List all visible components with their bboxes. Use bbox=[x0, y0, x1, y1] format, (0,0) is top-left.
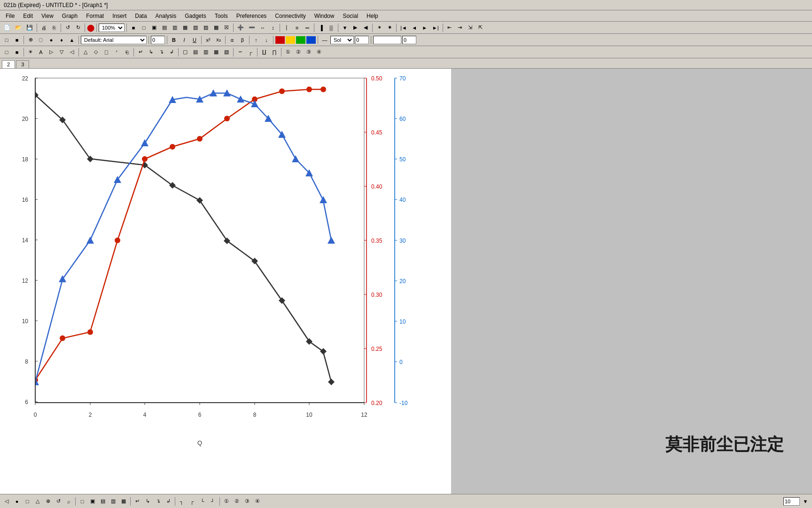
zoom-in-btn[interactable]: ➕ bbox=[235, 23, 246, 32]
fmt5[interactable]: ● bbox=[47, 35, 56, 45]
t8[interactable]: △ bbox=[81, 48, 90, 57]
super-btn[interactable]: x² bbox=[203, 35, 213, 45]
new-btn[interactable]: 📄 bbox=[2, 23, 12, 32]
status-btn3[interactable]: □ bbox=[23, 497, 32, 506]
tab-3[interactable]: 3 bbox=[16, 60, 29, 68]
menu-connectivity[interactable]: Connectivity bbox=[271, 12, 309, 20]
stat2[interactable]: ✷ bbox=[385, 23, 394, 32]
linesize-input1[interactable] bbox=[355, 36, 369, 44]
t16[interactable]: ↲ bbox=[167, 48, 176, 57]
graph-btn4[interactable]: ▤ bbox=[160, 23, 169, 32]
t24[interactable]: ∐ bbox=[259, 48, 269, 57]
t13[interactable]: ↵ bbox=[136, 48, 145, 57]
status-btn12[interactable]: ▦ bbox=[119, 497, 128, 506]
extra1[interactable]: ⇤ bbox=[445, 23, 454, 32]
redo-btn[interactable]: ↻ bbox=[73, 23, 83, 32]
menu-file[interactable]: File bbox=[2, 12, 18, 20]
menu-window[interactable]: Window bbox=[311, 12, 338, 20]
status-btn4[interactable]: △ bbox=[33, 497, 42, 506]
color3[interactable] bbox=[296, 36, 305, 44]
tool2[interactable]: ≡ bbox=[292, 23, 302, 32]
extra2[interactable]: ⇥ bbox=[455, 23, 465, 32]
extra4[interactable]: ⇱ bbox=[476, 23, 485, 32]
filter3[interactable]: ◀ bbox=[361, 23, 370, 32]
t18[interactable]: ▤ bbox=[191, 48, 200, 57]
status-btn9[interactable]: ▣ bbox=[88, 497, 97, 506]
fmt6[interactable]: ♦ bbox=[57, 35, 66, 45]
menu-help[interactable]: Help bbox=[363, 12, 382, 20]
color1[interactable] bbox=[275, 36, 285, 44]
graph-btn3[interactable]: ▣ bbox=[149, 23, 159, 32]
linetype-select[interactable]: Sol bbox=[330, 36, 354, 44]
filter1[interactable]: ▼ bbox=[340, 23, 350, 32]
menu-view[interactable]: View bbox=[38, 12, 57, 20]
fmt1[interactable]: □ bbox=[2, 35, 11, 45]
graph-btn10[interactable]: ☒ bbox=[222, 23, 231, 32]
t4[interactable]: A bbox=[36, 48, 46, 57]
t27[interactable]: ② bbox=[294, 48, 303, 57]
menu-preferences[interactable]: Preferences bbox=[233, 12, 271, 20]
italic-btn[interactable]: I bbox=[180, 35, 189, 45]
color2[interactable] bbox=[286, 36, 295, 44]
t29[interactable]: ④ bbox=[314, 48, 324, 57]
color4[interactable] bbox=[306, 36, 316, 44]
t19[interactable]: ▥ bbox=[201, 48, 211, 57]
fmt2[interactable]: ■ bbox=[12, 35, 22, 45]
bold-btn[interactable]: B bbox=[169, 35, 179, 45]
t20[interactable]: ▦ bbox=[211, 48, 221, 57]
nav3[interactable]: ► bbox=[420, 23, 429, 32]
stat1[interactable]: ✶ bbox=[375, 23, 384, 32]
t9[interactable]: ◇ bbox=[91, 48, 101, 57]
undo-btn[interactable]: ↺ bbox=[63, 23, 72, 32]
menu-format[interactable]: Format bbox=[82, 12, 108, 20]
status-btn14[interactable]: ↳ bbox=[143, 497, 152, 506]
line-btn[interactable]: — bbox=[320, 35, 329, 45]
zoom-out-btn[interactable]: ➖ bbox=[247, 23, 257, 32]
status-btn23[interactable]: ③ bbox=[242, 497, 252, 506]
fontsize-input[interactable] bbox=[151, 36, 165, 44]
t2[interactable]: ■ bbox=[12, 48, 22, 57]
t26[interactable]: ① bbox=[283, 48, 293, 57]
lineval-input[interactable] bbox=[373, 36, 401, 44]
graph-btn7[interactable]: ▧ bbox=[191, 23, 200, 32]
status-btn7[interactable]: ⌕ bbox=[64, 497, 73, 506]
status-btn10[interactable]: ▤ bbox=[98, 497, 108, 506]
t5[interactable]: ▷ bbox=[47, 48, 56, 57]
menu-analysis[interactable]: Analysis bbox=[152, 12, 180, 20]
status-arrow[interactable]: ▼ bbox=[801, 497, 810, 506]
status-btn13[interactable]: ↵ bbox=[133, 497, 142, 506]
t6[interactable]: ▽ bbox=[57, 48, 66, 57]
status-btn15[interactable]: ↴ bbox=[153, 497, 163, 506]
arrow2[interactable]: ↓ bbox=[262, 35, 271, 45]
status-btn1[interactable]: ◁ bbox=[2, 497, 11, 506]
t12[interactable]: ⎗ bbox=[122, 48, 132, 57]
tool1[interactable]: ∣ bbox=[282, 23, 291, 32]
underline-btn[interactable]: U bbox=[190, 35, 199, 45]
alpha-btn[interactable]: α bbox=[227, 35, 237, 45]
status-value-input[interactable] bbox=[783, 497, 800, 506]
beta-btn[interactable]: β bbox=[238, 35, 247, 45]
copy-btn[interactable]: ⎘ bbox=[49, 23, 59, 32]
menu-gadgets[interactable]: Gadgets bbox=[181, 12, 210, 20]
status-btn24[interactable]: ④ bbox=[253, 497, 262, 506]
menu-tools[interactable]: Tools bbox=[211, 12, 232, 20]
graph-btn6[interactable]: ▦ bbox=[180, 23, 190, 32]
status-btn22[interactable]: ② bbox=[232, 497, 242, 506]
status-btn17[interactable]: ┐ bbox=[177, 497, 187, 506]
extra3[interactable]: ⇲ bbox=[466, 23, 475, 32]
graph-area[interactable]: H N n 22 20 18 16 14 12 10 8 6 bbox=[0, 69, 451, 494]
zoom-select[interactable]: 100% bbox=[99, 24, 125, 32]
graph-btn9[interactable]: ▩ bbox=[211, 23, 221, 32]
open-btn[interactable]: 📂 bbox=[13, 23, 23, 32]
linesize-input2[interactable] bbox=[402, 36, 416, 44]
t21[interactable]: ▧ bbox=[222, 48, 231, 57]
t7[interactable]: ◁ bbox=[67, 48, 77, 57]
menu-data[interactable]: Data bbox=[131, 12, 150, 20]
status-btn18[interactable]: ┌ bbox=[187, 497, 197, 506]
status-btn20[interactable]: ┘ bbox=[208, 497, 218, 506]
t1[interactable]: □ bbox=[2, 48, 11, 57]
t25[interactable]: ∏ bbox=[270, 48, 279, 57]
status-btn11[interactable]: ▥ bbox=[109, 497, 118, 506]
arrow1[interactable]: ↑ bbox=[251, 35, 261, 45]
font-select[interactable]: Default: Arial bbox=[81, 36, 147, 44]
